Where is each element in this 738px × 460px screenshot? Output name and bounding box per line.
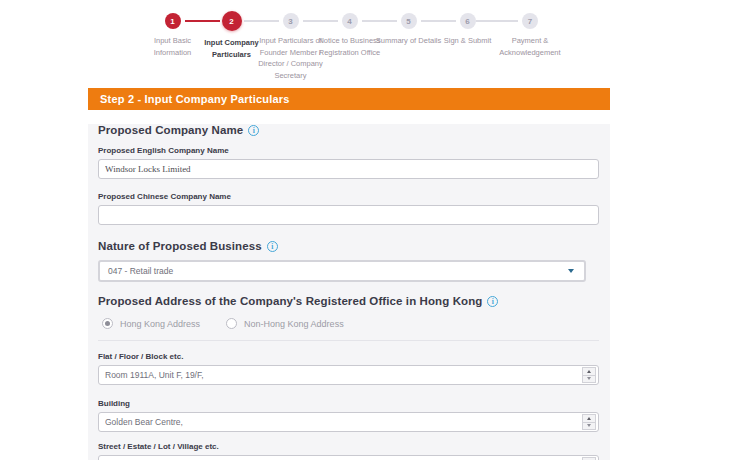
chevron-down-icon xyxy=(568,269,574,273)
info-icon[interactable]: i xyxy=(487,296,498,307)
step-number: 1 xyxy=(170,17,174,26)
proposed-company-name-heading: Proposed Company Name i xyxy=(98,124,599,136)
step-circle: 7 xyxy=(522,13,538,29)
step-circle: 3 xyxy=(283,13,299,29)
step-number: 5 xyxy=(406,17,410,26)
registered-office-heading: Proposed Address of the Company's Regist… xyxy=(98,295,599,307)
stepper-control xyxy=(582,414,596,430)
company-particulars-form: Proposed Company Name i Proposed English… xyxy=(88,124,610,460)
heading-text: Proposed Address of the Company's Regist… xyxy=(98,295,482,307)
flat-floor-block-input[interactable] xyxy=(98,365,599,385)
step-circle: 5 xyxy=(401,13,417,29)
info-icon[interactable]: i xyxy=(267,241,278,252)
radio-label: Non-Hong Kong Address xyxy=(244,319,344,329)
street-estate-input[interactable] xyxy=(98,455,599,460)
street-estate-label: Street / Estate / Lot / Village etc. xyxy=(98,442,599,451)
triangle-up-icon xyxy=(587,417,591,420)
step-number: 2 xyxy=(229,17,233,26)
radio-icon xyxy=(102,318,113,329)
flat-floor-block-field xyxy=(98,365,599,385)
flat-floor-block-label: Flat / Floor / Block etc. xyxy=(98,352,599,361)
step-number: 6 xyxy=(465,17,469,26)
radio-label: Hong Kong Address xyxy=(120,319,200,329)
building-input[interactable] xyxy=(98,412,599,432)
step-number: 7 xyxy=(528,17,532,26)
stepper-control xyxy=(582,367,596,383)
step-circle: 1 xyxy=(165,13,181,29)
radio-hong-kong-address[interactable]: Hong Kong Address xyxy=(102,318,200,329)
progress-stepper: 1 Input Basic Information 2 Input Compan… xyxy=(143,10,563,82)
stepper-step-7[interactable]: 7 Payment & Acknowledgement xyxy=(497,10,563,82)
english-company-name-input[interactable] xyxy=(98,159,599,179)
step-circle: 4 xyxy=(342,13,358,29)
step-circle: 6 xyxy=(460,13,476,29)
heading-text: Proposed Company Name xyxy=(98,124,243,136)
spin-up-button[interactable] xyxy=(582,414,596,423)
nature-of-business-heading: Nature of Proposed Business i xyxy=(98,240,599,252)
heading-text: Nature of Proposed Business xyxy=(98,240,262,252)
step-number: 4 xyxy=(347,17,351,26)
nature-of-business-select[interactable]: 047 - Retail trade xyxy=(98,260,586,282)
spin-down-button[interactable] xyxy=(582,423,596,431)
info-icon[interactable]: i xyxy=(248,125,259,136)
radio-non-hong-kong-address[interactable]: Non-Hong Kong Address xyxy=(226,318,344,329)
english-company-name-label: Proposed English Company Name xyxy=(98,146,599,155)
section-divider xyxy=(98,340,599,341)
radio-icon xyxy=(226,318,237,329)
address-type-radio-group: Hong Kong Address Non-Hong Kong Address xyxy=(98,318,599,329)
chinese-company-name-input[interactable] xyxy=(98,205,599,225)
step-circle: 2 xyxy=(222,11,242,31)
step-label: Payment & Acknowledgement xyxy=(493,35,567,58)
chinese-company-name-label: Proposed Chinese Company Name xyxy=(98,192,599,201)
panel-title: Step 2 - Input Company Particulars xyxy=(88,88,610,110)
building-field xyxy=(98,412,599,432)
step-2-panel: Step 2 - Input Company Particulars Propo… xyxy=(88,88,610,460)
step-number: 3 xyxy=(288,17,292,26)
building-label: Building xyxy=(98,399,599,408)
spin-up-button[interactable] xyxy=(582,367,596,376)
triangle-up-icon xyxy=(587,370,591,373)
street-estate-field xyxy=(98,455,599,460)
triangle-down-icon xyxy=(587,424,591,427)
triangle-down-icon xyxy=(587,377,591,380)
spin-down-button[interactable] xyxy=(582,376,596,384)
selected-option: 047 - Retail trade xyxy=(108,266,173,276)
